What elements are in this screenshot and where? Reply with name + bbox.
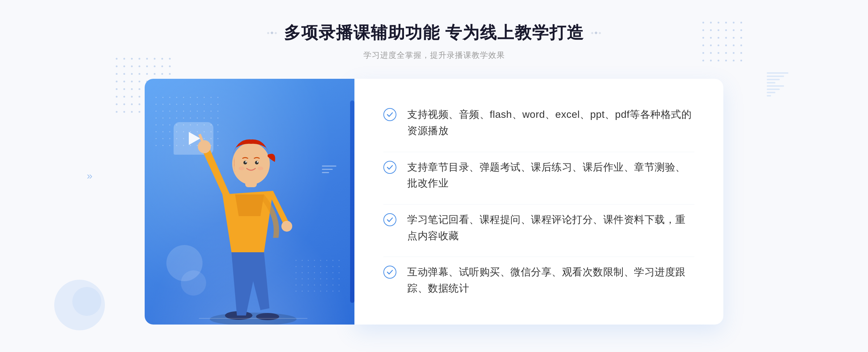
svg-point-16 [384,214,396,226]
chevron-icon: » [87,170,93,182]
svg-point-6 [232,143,270,185]
illustration-card [145,79,354,325]
feature-text-4: 互动弹幕、试听购买、微信分享、观看次数限制、学习进度跟踪、数据统计 [407,264,694,297]
feature-text-2: 支持章节目录、弹题考试、课后练习、课后作业、章节测验、批改作业 [407,159,694,192]
check-icon-4 [383,266,396,279]
title-row: 多项录播课辅助功能 专为线上教学打造 [267,22,601,44]
svg-point-2 [256,313,279,320]
features-card: 支持视频、音频、flash、word、excel、ppt、pdf等各种格式的资源… [354,79,723,325]
feature-item-2: 支持章节目录、弹题考试、课后练习、课后作业、章节测验、批改作业 [383,152,694,199]
feature-item-4: 互动弹幕、试听购买、微信分享、观看次数限制、学习进度跟踪、数据统计 [383,257,694,304]
stripe-5 [767,85,784,87]
feature-item-1: 支持视频、音频、flash、word、excel、ppt、pdf等各种格式的资源… [383,99,694,146]
bottom-circle-decoration-2 [72,287,101,316]
svg-point-8 [255,161,259,164]
svg-point-14 [384,108,396,121]
left-decorator [267,32,277,34]
svg-point-12 [258,167,263,170]
stripe-7 [767,92,775,93]
feature-text-3: 学习笔记回看、课程提问、课程评论打分、课件资料下载，重点内容收藏 [407,212,694,244]
svg-point-7 [243,161,247,164]
content-area: 支持视频、音频、flash、word、excel、ppt、pdf等各种格式的资源… [145,79,723,325]
page-title: 多项录播课辅助功能 专为线上教学打造 [284,22,584,44]
feature-text-1: 支持视频、音频、flash、word、excel、ppt、pdf等各种格式的资源… [407,107,694,139]
stripe-4 [767,82,775,83]
svg-point-15 [384,161,396,173]
page-container: (function() { var el = document.querySel… [0,0,868,352]
svg-point-10 [257,161,258,163]
right-decorator [591,32,601,34]
check-icon-2 [383,161,396,174]
svg-point-17 [384,266,396,278]
svg-point-11 [239,167,244,170]
check-icon-3 [383,213,396,226]
page-subtitle: 学习进度全掌握，提升录播课教学效果 [267,50,601,61]
feature-item-3: 学习笔记回看、课程提问、课程评论打分、课件资料下载，重点内容收藏 [383,204,694,252]
header-section: 多项录播课辅助功能 专为线上教学打造 学习进度全掌握，提升录播课教学效果 [267,22,601,61]
stripe-8 [767,95,771,96]
stripe-2 [767,76,784,77]
left-arrow-decoration: » [87,170,93,182]
stripe-1 [767,72,788,74]
svg-point-4 [281,221,292,232]
stripe-6 [767,89,780,90]
right-stripes-decoration [767,72,788,96]
stripe-3 [767,79,780,80]
dot-pattern-right: (function() { var el = document.querySel… [702,22,745,64]
svg-point-3 [198,140,211,153]
check-icon-1 [383,108,396,121]
person-illustration [145,79,354,325]
svg-point-9 [245,161,247,163]
